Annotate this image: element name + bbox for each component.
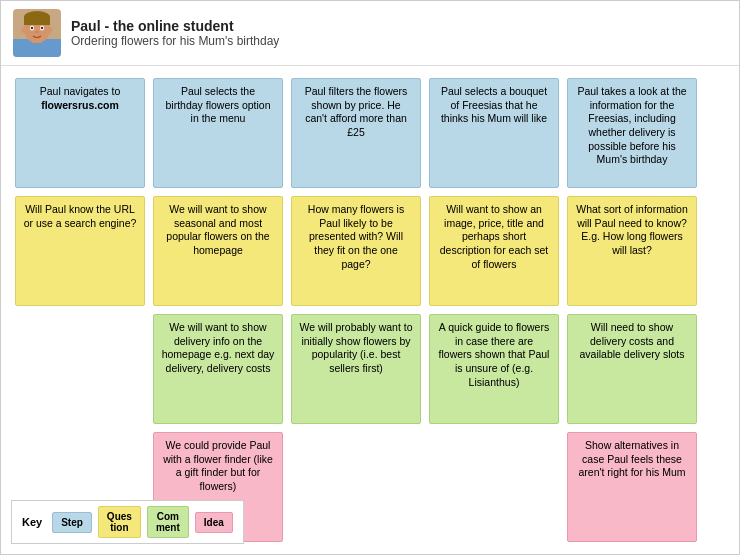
note-n7: We will want to show seasonal and most p… <box>153 196 283 306</box>
note-n20: Show alternatives in case Paul feels the… <box>567 432 697 542</box>
note-text-n10: What sort of information will Paul need … <box>575 203 689 258</box>
svg-point-10 <box>22 27 27 33</box>
note-text-n5: Paul takes a look at the information for… <box>575 85 689 167</box>
note-n2: Paul selects the birthday flowers option… <box>153 78 283 188</box>
svg-point-11 <box>48 27 53 33</box>
note-n5: Paul takes a look at the information for… <box>567 78 697 188</box>
note-text-n17: We could provide Paul with a flower find… <box>161 439 275 494</box>
key-idea: Idea <box>195 512 233 533</box>
note-text-n4: Paul selects a bouquet of Freesias that … <box>437 85 551 126</box>
page-title: Paul - the online student <box>71 18 279 34</box>
note-text-n12: We will want to show delivery info on th… <box>161 321 275 376</box>
note-text-n9: Will want to show an image, price, title… <box>437 203 551 271</box>
avatar <box>13 9 61 57</box>
note-n10: What sort of information will Paul need … <box>567 196 697 306</box>
note-text-n3: Paul filters the flowers shown by price.… <box>299 85 413 140</box>
header: Paul - the online student Ordering flowe… <box>1 1 739 66</box>
key-comment: Comment <box>147 506 189 538</box>
note-n6: Will Paul know the URL or use a search e… <box>15 196 145 306</box>
page-subtitle: Ordering flowers for his Mum's birthday <box>71 34 279 48</box>
note-n18 <box>291 432 421 542</box>
note-text-n20: Show alternatives in case Paul feels the… <box>575 439 689 480</box>
note-n1: Paul navigates to flowersrus.com <box>15 78 145 188</box>
note-text-n7: We will want to show seasonal and most p… <box>161 203 275 258</box>
note-n12: We will want to show delivery info on th… <box>153 314 283 424</box>
key-step: Step <box>52 512 92 533</box>
note-text-n14: A quick guide to flowers in case there a… <box>437 321 551 389</box>
note-text-n6: Will Paul know the URL or use a search e… <box>23 203 137 230</box>
note-n14: A quick guide to flowers in case there a… <box>429 314 559 424</box>
svg-point-9 <box>36 31 39 33</box>
svg-point-8 <box>41 27 43 29</box>
svg-point-7 <box>31 27 33 29</box>
note-n4: Paul selects a bouquet of Freesias that … <box>429 78 559 188</box>
note-n8: How many flowers is Paul likely to be pr… <box>291 196 421 306</box>
key-question: Question <box>98 506 141 538</box>
note-n15: Will need to show delivery costs and ava… <box>567 314 697 424</box>
main-content: Paul navigates to flowersrus.comPaul sel… <box>1 66 739 554</box>
note-n11 <box>15 314 145 424</box>
note-text-n13: We will probably want to initially show … <box>299 321 413 376</box>
note-text-n1: Paul navigates to flowersrus.com <box>23 85 137 112</box>
note-text-n15: Will need to show delivery costs and ava… <box>575 321 689 362</box>
key-label: Key <box>22 516 42 528</box>
note-n3: Paul filters the flowers shown by price.… <box>291 78 421 188</box>
key-bar: Key Step Question Comment Idea <box>11 500 244 544</box>
note-n19 <box>429 432 559 542</box>
header-text: Paul - the online student Ordering flowe… <box>71 18 279 48</box>
note-n9: Will want to show an image, price, title… <box>429 196 559 306</box>
note-n13: We will probably want to initially show … <box>291 314 421 424</box>
notes-grid: Paul navigates to flowersrus.comPaul sel… <box>11 74 729 546</box>
svg-rect-4 <box>24 17 50 25</box>
note-text-n2: Paul selects the birthday flowers option… <box>161 85 275 126</box>
page: Paul - the online student Ordering flowe… <box>0 0 740 555</box>
note-text-n8: How many flowers is Paul likely to be pr… <box>299 203 413 271</box>
